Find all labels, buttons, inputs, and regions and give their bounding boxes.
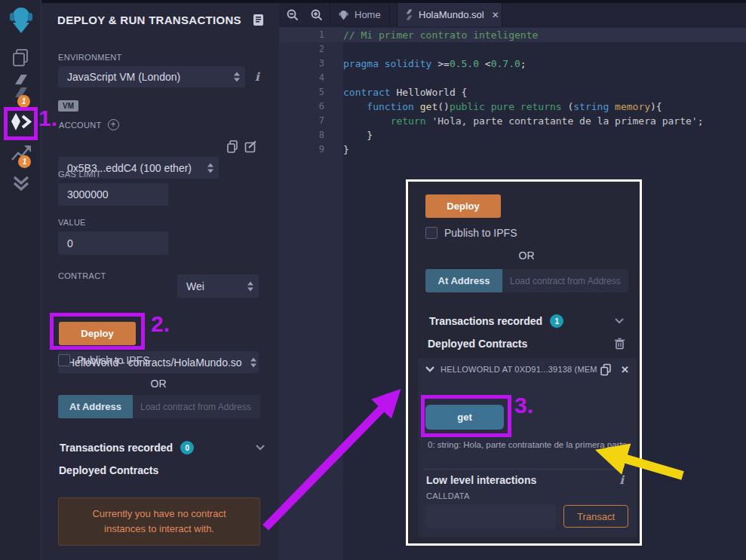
code-token: contract — [343, 87, 396, 98]
solidity-compiler-icon[interactable] — [0, 74, 41, 98]
code-token: ; — [698, 115, 704, 127]
add-account-icon[interactable]: + — [108, 119, 119, 130]
gas-limit-label: GAS LIMIT — [58, 170, 101, 179]
solidity-compiler-glyph — [11, 74, 31, 98]
compiler-badge: 1 — [17, 95, 30, 108]
tab-close-icon[interactable]: ✕ — [492, 10, 499, 20]
tab-home[interactable]: Home — [330, 3, 390, 26]
code-line: function get()public pure returns (strin… — [343, 99, 746, 114]
code-line: contract HelloWorld { — [343, 85, 746, 99]
value-unit-select[interactable]: Wei — [177, 274, 259, 298]
deploy-run-glyph — [9, 112, 33, 133]
code-token: HelloWorld { — [396, 87, 467, 98]
code-content[interactable]: // Mi primer contrato inteligentepragma … — [343, 28, 746, 157]
code-line: } — [343, 128, 746, 142]
code-token: ){ — [650, 101, 662, 112]
select-arrows-icon — [247, 281, 253, 291]
transact-button[interactable]: Transact — [563, 505, 628, 528]
code-token — [343, 101, 367, 112]
remix-logo-glyph — [5, 5, 37, 35]
value-input[interactable] — [58, 231, 168, 255]
overlay-at-address-button[interactable]: At Address — [425, 269, 502, 292]
line-number: 4 — [279, 71, 343, 85]
chevron-down-icon[interactable] — [256, 445, 265, 451]
overlay-transactions-count-badge: 1 — [550, 314, 563, 328]
call-result-text: 0: string: Hola, parte contratante de la… — [425, 439, 629, 450]
deployed-contracts-label: Deployed Contracts — [59, 464, 158, 476]
close-instance-icon[interactable]: ✕ — [621, 364, 629, 375]
unit-testing-icon[interactable] — [0, 173, 41, 192]
solidity-file-icon — [405, 9, 413, 20]
chevron-down-icon[interactable] — [615, 318, 624, 324]
publish-ipfs-label: Publish to IPFS — [77, 354, 150, 366]
code-token: () — [437, 101, 450, 112]
code-token: // Mi primer contrato inteligente — [343, 29, 538, 41]
line-number: 8 — [279, 128, 343, 142]
line-number: 2 — [279, 42, 343, 57]
deploy-run-icon[interactable] — [0, 112, 41, 133]
contract-label: CONTRACT — [58, 271, 106, 280]
edit-account-icon[interactable] — [244, 140, 258, 153]
environment-value: JavaScript VM (London) — [67, 71, 180, 83]
contract-instance-card: HELLOWORLD AT 0XD91...39138 (MEM ✕ get 0… — [418, 358, 637, 537]
environment-label: ENVIRONMENT — [58, 53, 122, 62]
overlay-publish-ipfs-checkbox[interactable] — [425, 227, 437, 239]
select-arrows-icon — [234, 72, 240, 82]
code-line: // Mi primer contrato inteligente — [343, 28, 746, 42]
code-token: string — [573, 101, 615, 112]
instance-header[interactable]: HELLOWORLD AT 0XD91...39138 (MEM ✕ — [418, 358, 637, 381]
documentation-icon[interactable] — [253, 14, 264, 26]
code-token: function — [367, 101, 419, 112]
code-token: memory — [615, 101, 650, 112]
trash-icon[interactable] — [614, 338, 625, 350]
home-remix-icon — [338, 10, 349, 20]
overlay-at-address-input[interactable] — [502, 269, 628, 292]
code-line — [343, 42, 746, 57]
publish-ipfs-checkbox[interactable] — [58, 354, 70, 366]
calldata-label: CALLDATA — [426, 491, 470, 500]
instance-title: HELLOWORLD AT 0XD91...39138 (MEM — [441, 365, 600, 374]
select-arrows-icon — [250, 357, 256, 367]
overlay-deploy-button[interactable]: Deploy — [425, 194, 501, 218]
low-level-label: Low level interactions — [426, 474, 536, 486]
overlay-transactions-recorded-label: Transactions recorded — [429, 315, 542, 327]
divider — [424, 469, 619, 470]
zoom-out-icon[interactable] — [287, 9, 299, 21]
at-address-input[interactable] — [133, 395, 260, 418]
code-line — [343, 71, 746, 85]
transactions-recorded-label: Transactions recorded — [60, 442, 173, 454]
code-token: return — [391, 115, 432, 127]
tab-home-label: Home — [355, 9, 381, 20]
get-function-button[interactable]: get — [425, 405, 504, 430]
code-line: return 'Hola, parte contratante de la pr… — [343, 114, 746, 128]
low-level-info-icon[interactable]: i — [619, 473, 624, 487]
copy-account-icon[interactable] — [226, 139, 239, 154]
code-token: ; — [520, 58, 526, 69]
environment-select[interactable]: JavaScript VM (London) — [58, 66, 245, 87]
panel-title: DEPLOY & RUN TRANSACTIONS — [57, 14, 241, 26]
code-token: 0.5.0 — [450, 58, 485, 69]
code-token: } — [343, 144, 349, 155]
icon-sidebar: 1 1 — [0, 0, 41, 560]
at-address-button[interactable]: At Address — [58, 395, 133, 418]
calldata-input[interactable] — [426, 504, 556, 528]
copy-instance-icon[interactable] — [600, 363, 612, 376]
remix-logo-icon[interactable] — [0, 5, 41, 35]
tab-holamundo[interactable]: HolaMundo.sol ✕ — [397, 3, 502, 26]
code-token: public pure returns — [450, 101, 568, 112]
vm-badge: VM — [58, 100, 78, 112]
code-token: } — [343, 130, 373, 141]
deploy-button[interactable]: Deploy — [59, 322, 136, 345]
line-number: 5 — [279, 85, 343, 99]
select-arrows-icon — [207, 163, 213, 173]
code-line: pragma solidity >=0.5.0 <0.7.0; — [343, 57, 746, 71]
environment-info-icon[interactable]: i — [255, 70, 259, 84]
account-label: ACCOUNT — [59, 121, 102, 130]
overlay-or-separator: OR — [425, 249, 628, 262]
zoom-in-icon[interactable] — [311, 9, 323, 21]
line-number: 9 — [279, 142, 343, 157]
tab-holamundo-label: HolaMundo.sol — [419, 9, 484, 20]
gas-limit-input[interactable] — [58, 183, 168, 206]
code-token: 'Hola, parte contratante de la primera p… — [431, 115, 697, 127]
file-explorer-icon[interactable] — [0, 47, 41, 68]
